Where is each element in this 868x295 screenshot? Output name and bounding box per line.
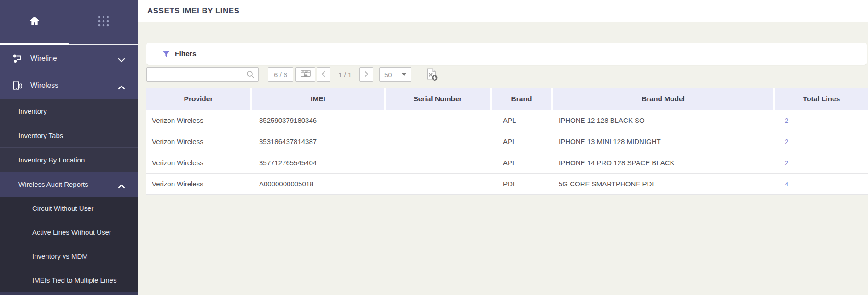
sidebar-item-label: IMEIs Tied to Multiple Lines (32, 276, 116, 284)
cell-brand-model: IPHONE 12 128 BLACK SO (553, 110, 775, 131)
cell-brand: PDI (492, 174, 553, 195)
lock-columns-icon (300, 68, 312, 81)
sidebar-next-item-partial (0, 292, 138, 295)
sidebar-item-label: Circuit Without User (32, 204, 93, 212)
tab-apps[interactable] (69, 0, 138, 44)
sidebar-item-wireline[interactable]: Wireline (0, 45, 138, 72)
total-lines-link[interactable]: 4 (785, 180, 788, 188)
cell-brand-model: IPHONE 14 PRO 128 SPACE BLACK (553, 152, 775, 174)
apps-grid-icon (98, 15, 110, 29)
table-header-row: Provider IMEI Serial Number Brand Brand … (146, 88, 868, 110)
sidebar-item-circuit-without-user[interactable]: Circuit Without User (0, 197, 138, 220)
sidebar-item-label: Inventory vs MDM (32, 252, 88, 260)
cell-brand: APL (492, 152, 553, 174)
search-input[interactable] (146, 67, 259, 82)
sidebar-item-inventory-tabs[interactable]: Inventory Tabs (0, 123, 138, 148)
cell-provider: Verizon Wireless (146, 131, 252, 152)
cell-imei: A0000000005018 (252, 174, 386, 195)
column-header-brand-model[interactable]: Brand Model (553, 88, 775, 110)
cell-serial (386, 110, 492, 131)
filters-panel[interactable]: Filters (146, 43, 867, 65)
export-excel-button[interactable] (425, 68, 439, 81)
sidebar-item-inventory[interactable]: Inventory (0, 99, 138, 123)
cell-imei: 353186437814387 (252, 131, 386, 152)
home-icon (29, 15, 41, 29)
tab-home[interactable] (0, 0, 69, 44)
total-lines-link[interactable]: 2 (785, 138, 788, 145)
page-size-value: 50 (384, 71, 392, 79)
sidebar: Wireline Wireless Inventory Inventory Ta… (0, 0, 138, 295)
page-header: ASSETS IMEI BY LINES (138, 0, 868, 22)
filters-label: Filters (175, 50, 197, 58)
sidebar-tabs (0, 0, 138, 45)
chevron-down-icon (118, 56, 125, 61)
cell-serial (386, 131, 492, 152)
next-page-icon (364, 70, 369, 79)
prev-page-button[interactable] (317, 67, 330, 82)
sidebar-item-imeis-tied-to-multiple-lines[interactable]: IMEIs Tied to Multiple Lines (0, 268, 138, 292)
cell-provider: Verizon Wireless (146, 110, 252, 131)
toolbar: 6 / 6 1 / 1 (146, 67, 439, 82)
table-body: Verizon Wireless 352590379180346 APL IPH… (146, 110, 868, 195)
next-page-button[interactable] (359, 67, 373, 82)
sidebar-item-label: Active Lines Without User (32, 228, 111, 236)
page-indicator: 1 / 1 (330, 71, 359, 79)
sidebar-item-active-lines-without-user[interactable]: Active Lines Without User (0, 220, 138, 244)
sidebar-item-label: Wireless Audit Reports (18, 180, 88, 188)
sidebar-item-label: Inventory (18, 107, 47, 115)
chevron-up-icon (118, 182, 125, 187)
sidebar-item-inventory-vs-mdm[interactable]: Inventory vs MDM (0, 244, 138, 268)
column-header-imei[interactable]: IMEI (252, 88, 386, 110)
cell-provider: Verizon Wireless (146, 174, 252, 195)
filter-icon (162, 50, 170, 58)
cell-brand-model: IPHONE 13 MINI 128 MIDNIGHT (553, 131, 775, 152)
table-row: Verizon Wireless 353186437814387 APL IPH… (146, 131, 868, 152)
total-lines-link[interactable]: 2 (785, 159, 788, 167)
main-content: ASSETS IMEI BY LINES Filters 6 / 6 (138, 0, 868, 295)
prev-page-icon (321, 70, 326, 79)
search-wrap (146, 67, 259, 82)
cell-brand-model: 5G CORE SMARTPHONE PDI (553, 174, 775, 195)
table-row: Verizon Wireless A0000000005018 PDI 5G C… (146, 174, 868, 195)
sidebar-item-label: Wireline (30, 54, 57, 63)
cell-imei: 357712765545404 (252, 152, 386, 174)
column-header-total-lines[interactable]: Total Lines (775, 88, 868, 110)
sidebar-item-wireless-audit-reports[interactable]: Wireless Audit Reports (0, 172, 138, 197)
column-header-brand[interactable]: Brand (492, 88, 553, 110)
cell-imei: 352590379180346 (252, 110, 386, 131)
records-count: 6 / 6 (268, 67, 293, 82)
sidebar-item-label: Inventory Tabs (18, 132, 63, 139)
toolbar-divider (418, 69, 418, 81)
dropdown-caret-icon (402, 73, 406, 76)
page-title: ASSETS IMEI BY LINES (138, 0, 868, 22)
cell-brand: APL (492, 131, 553, 152)
sidebar-item-wireless[interactable]: Wireless (0, 72, 138, 99)
total-lines-link[interactable]: 2 (785, 116, 788, 124)
sidebar-item-inventory-by-location[interactable]: Inventory By Location (0, 148, 138, 172)
table-row: Verizon Wireless 357712765545404 APL IPH… (146, 152, 868, 174)
lock-columns-button[interactable] (295, 67, 315, 82)
assets-table: Provider IMEI Serial Number Brand Brand … (146, 88, 868, 195)
cell-serial (386, 174, 492, 195)
wireless-icon (12, 80, 23, 91)
sidebar-item-label: Wireless (30, 81, 58, 90)
page-size-select[interactable]: 50 (379, 67, 411, 82)
chevron-up-icon (118, 83, 125, 88)
cell-brand: APL (492, 110, 553, 131)
table-row: Verizon Wireless 352590379180346 APL IPH… (146, 110, 868, 131)
wireline-icon (12, 53, 23, 64)
column-header-provider[interactable]: Provider (146, 88, 252, 110)
sidebar-item-label: Inventory By Location (18, 156, 85, 164)
column-header-serial[interactable]: Serial Number (386, 88, 492, 110)
export-excel-icon (425, 75, 439, 83)
cell-serial (386, 152, 492, 174)
search-icon (246, 70, 255, 79)
cell-provider: Verizon Wireless (146, 152, 252, 174)
